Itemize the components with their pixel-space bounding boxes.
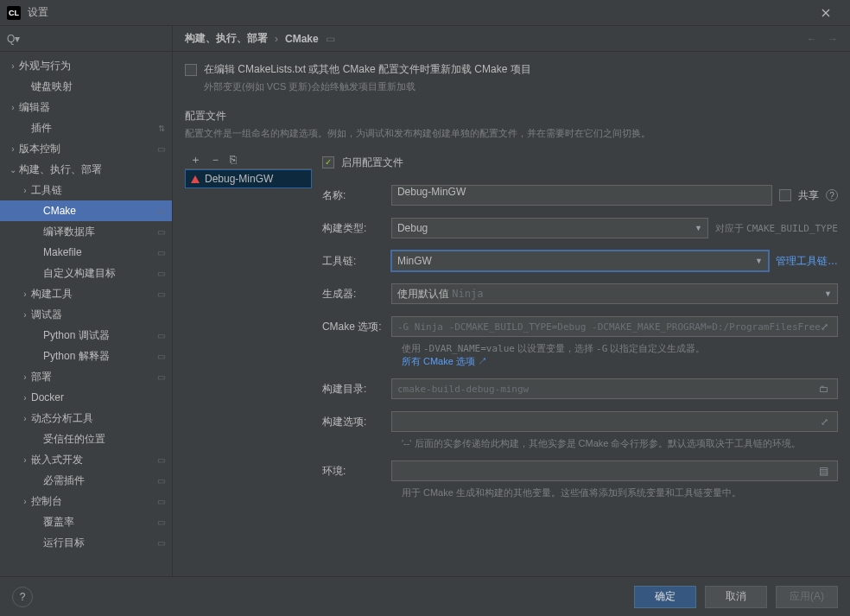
all-cmake-options-link[interactable]: 所有 CMake 选项 ↗ <box>402 356 487 366</box>
tree-item[interactable]: ›编译数据库▭ <box>0 221 172 242</box>
help-button[interactable]: ? <box>12 587 33 607</box>
forward-icon[interactable]: → <box>828 33 838 45</box>
buildtype-select[interactable]: Debug ▼ <box>391 218 708 238</box>
tree-item[interactable]: ›工具链 <box>0 180 172 200</box>
folder-icon[interactable]: 🗀 <box>819 384 832 395</box>
remove-profile-icon[interactable]: － <box>210 154 221 165</box>
tree-item[interactable]: ›受信任的位置 <box>0 429 172 449</box>
cmake-icon <box>191 175 200 183</box>
cancel-button[interactable]: 取消 <box>705 586 767 608</box>
scope-badge-icon: ▭ <box>157 144 165 154</box>
tree-item[interactable]: ›Python 解释器▭ <box>0 346 172 366</box>
chevron-down-icon: ▼ <box>695 224 702 232</box>
tree-item-label: 必需插件 <box>43 473 157 488</box>
apply-button[interactable]: 应用(A) <box>776 586 838 608</box>
expand-icon[interactable]: ⤢ <box>821 321 832 333</box>
close-button[interactable] <box>809 0 843 26</box>
tree-item[interactable]: ›覆盖率▭ <box>0 511 172 532</box>
scope-badge-icon: ▭ <box>157 476 165 486</box>
tree-item[interactable]: ›动态分析工具 <box>0 408 172 429</box>
tree-item[interactable]: ›键盘映射 <box>0 76 172 97</box>
builddir-input[interactable]: cmake-build-debug-mingw 🗀 <box>391 378 838 399</box>
chevron-icon: › <box>19 414 31 423</box>
tree-item[interactable]: ›插件⇅ <box>0 117 172 138</box>
cmakeopts-input[interactable]: -G Ninja -DCMAKE_BUILD_TYPE=Debug -DCMAK… <box>391 316 838 337</box>
tree-item[interactable]: ⌄构建、执行、部署 <box>0 159 172 180</box>
tree-item[interactable]: ›自定义构建目标▭ <box>0 263 172 283</box>
tree-item[interactable]: ›编辑器 <box>0 97 172 117</box>
tree-item-label: 嵌入式开发 <box>31 453 157 467</box>
tree-item[interactable]: ›版本控制▭ <box>0 138 172 159</box>
env-input[interactable]: ▤ <box>391 460 838 481</box>
chevron-icon: › <box>19 393 31 403</box>
list-icon[interactable]: ▤ <box>819 465 832 477</box>
enable-profile-checkbox[interactable] <box>322 156 334 168</box>
share-checkbox[interactable] <box>779 189 791 201</box>
scope-badge-icon: ▭ <box>157 518 165 527</box>
tree-item[interactable]: ›嵌入式开发▭ <box>0 449 172 470</box>
breadcrumb-parent[interactable]: 构建、执行、部署 <box>185 31 268 46</box>
tree-item[interactable]: ›Makefile▭ <box>0 242 172 263</box>
toolchain-select[interactable]: MinGW ▼ <box>391 251 769 271</box>
chevron-icon: › <box>19 372 31 382</box>
tree-item[interactable]: ›运行目标▭ <box>0 532 172 553</box>
tree-item-label: 键盘映射 <box>31 79 165 94</box>
scope-badge-icon: ▭ <box>157 227 165 237</box>
tree-item-label: 运行目标 <box>43 536 157 550</box>
profiles-toolbar: ＋ － ⎘ <box>185 150 312 169</box>
buildopts-hint: '--' 后面的实参传递给此构建，其他实参是 CMake 命令行形参。默认选项取… <box>402 437 838 450</box>
tree-item[interactable]: ›控制台▭ <box>0 491 172 511</box>
buildopts-input[interactable]: ⤢ <box>391 411 838 432</box>
chevron-icon: › <box>19 186 31 195</box>
tree-item[interactable]: ›Python 调试器▭ <box>0 325 172 346</box>
generator-select[interactable]: 使用默认值 Ninja ▼ <box>391 283 838 304</box>
tree-item-label: 控制台 <box>31 494 157 509</box>
env-label: 环境: <box>322 464 391 479</box>
tree-item-label: Makefile <box>43 246 157 258</box>
buildtype-hint: 对应于 CMAKE_BUILD_TYPE <box>715 222 838 235</box>
tree-item[interactable]: ›外观与行为 <box>0 55 172 76</box>
chevron-icon: › <box>19 497 31 506</box>
tree-item-label: 自定义构建目标 <box>43 266 157 281</box>
tree-item[interactable]: ›CMake▭ <box>0 200 172 221</box>
tree-item[interactable]: ›必需插件▭ <box>0 470 172 491</box>
share-label: 共享 <box>798 188 819 203</box>
scope-badge-icon: ▭ <box>157 206 165 216</box>
tree-item-label: 构建、执行、部署 <box>19 162 165 177</box>
profile-item-label: Debug-MinGW <box>205 173 273 185</box>
breadcrumb: 构建、执行、部署 › CMake ▭ ← → <box>173 26 850 52</box>
add-profile-icon[interactable]: ＋ <box>190 154 201 165</box>
scope-badge-icon: ▭ <box>157 455 165 465</box>
copy-profile-icon[interactable]: ⎘ <box>230 154 237 165</box>
reload-checkbox[interactable] <box>185 64 197 76</box>
tree-item-label: Python 解释器 <box>43 349 157 364</box>
tree-item-label: 覆盖率 <box>43 515 157 530</box>
search-icon: Q▾ <box>7 33 20 45</box>
breadcrumb-current: CMake <box>285 33 319 45</box>
name-input[interactable]: Debug-MinGW <box>391 185 772 206</box>
manage-toolchains-link[interactable]: 管理工具链… <box>776 254 838 269</box>
scope-badge-icon: ▭ <box>157 289 165 299</box>
tree-item-label: Python 调试器 <box>43 328 157 343</box>
tree-item-label: 编译数据库 <box>43 225 157 239</box>
expand-icon[interactable]: ⤢ <box>821 416 832 428</box>
profile-item[interactable]: Debug-MinGW <box>185 169 312 188</box>
chevron-icon: › <box>7 103 19 112</box>
titlebar: CL 设置 <box>0 0 850 26</box>
name-label: 名称: <box>322 188 391 203</box>
chevron-icon: › <box>19 310 31 320</box>
tree-item[interactable]: ›构建工具▭ <box>0 283 172 304</box>
tree-item-label: 部署 <box>31 370 157 384</box>
search-input[interactable] <box>25 32 171 45</box>
cmakeopts-label: CMake 选项: <box>322 320 391 334</box>
back-icon[interactable]: ← <box>807 33 817 45</box>
reload-hint: 外部变更(例如 VCS 更新)会始终触发项目重新加载 <box>204 80 838 93</box>
generator-label: 生成器: <box>322 287 391 302</box>
ok-button[interactable]: 确定 <box>634 586 696 608</box>
tree-item[interactable]: ›调试器 <box>0 304 172 325</box>
scope-badge-icon: ▭ <box>326 33 335 45</box>
share-help-icon[interactable]: ? <box>826 189 838 201</box>
tree-item[interactable]: ›Docker <box>0 387 172 408</box>
buildtype-label: 构建类型: <box>322 221 391 236</box>
tree-item[interactable]: ›部署▭ <box>0 366 172 387</box>
